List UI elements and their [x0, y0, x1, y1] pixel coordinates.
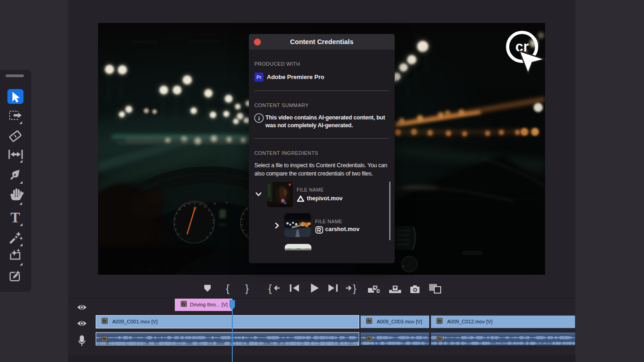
- svg-text:{: {: [226, 283, 229, 294]
- svg-text:T: T: [11, 209, 20, 226]
- svg-text:i: i: [258, 115, 260, 122]
- svg-text:}: }: [245, 283, 248, 294]
- svg-text:}: }: [353, 283, 356, 294]
- svg-text:{: {: [268, 283, 271, 294]
